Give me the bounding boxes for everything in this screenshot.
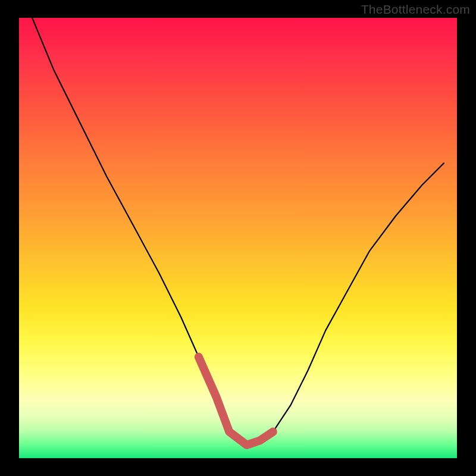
series-curve-path	[32, 18, 444, 445]
chart-frame: TheBottleneck.com	[0, 0, 476, 476]
plot-area	[19, 18, 457, 458]
series-highlight-path	[199, 357, 273, 445]
chart-svg	[19, 18, 457, 458]
watermark-text: TheBottleneck.com	[361, 2, 470, 17]
